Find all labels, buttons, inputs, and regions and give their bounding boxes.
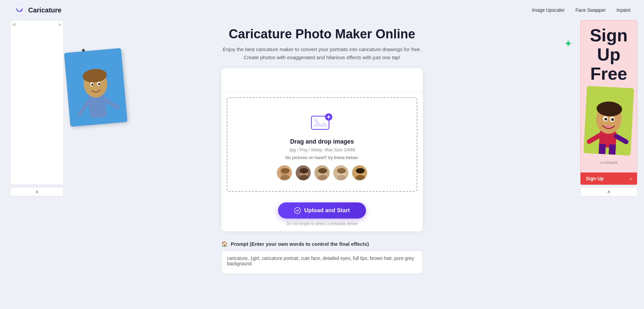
- upload-start-button[interactable]: Upload and Start: [278, 202, 366, 219]
- sample-image-3[interactable]: [314, 165, 330, 181]
- nav-inpaint[interactable]: Inpaint: [616, 7, 631, 13]
- signup-arrow: ›: [630, 176, 632, 181]
- page-title: Caricature Photo Maker Online: [229, 27, 415, 41]
- sample-images: [276, 165, 368, 181]
- upload-icon-wrap: [310, 111, 334, 133]
- navbar: Caricature Image Upscaler Face Swapper I…: [0, 0, 644, 20]
- prompt-icon: 🏠: [221, 241, 228, 247]
- upload-dropzone[interactable]: Drag and drop images Jpg / Png / Webp. M…: [227, 97, 417, 192]
- nav-links: Image Upscaler Face Swapper Inpaint: [532, 7, 631, 13]
- upload-container: Drag and drop images Jpg / Png / Webp. M…: [221, 68, 423, 231]
- nav-face-swapper[interactable]: Face Swapper: [576, 7, 606, 13]
- upload-drag-title: Drag and drop images: [290, 138, 354, 145]
- magic-icon: [294, 207, 301, 214]
- svg-point-28: [318, 168, 327, 173]
- prompt-section: 🏠 Prompt (Enter your own words to contro…: [221, 241, 423, 275]
- sample-image-5[interactable]: [352, 165, 368, 181]
- page-subtitle: Enjoy the best caricature maker to conve…: [223, 45, 421, 62]
- sample-image-4[interactable]: [333, 165, 349, 181]
- deco-image-left: [64, 48, 128, 127]
- collapse-arrow-right: ∧: [607, 189, 610, 194]
- svg-point-24: [300, 168, 308, 173]
- ad-collapse-btn-right[interactable]: ∧: [580, 187, 637, 196]
- upload-formats: Jpg / Png / Webp. Max Size 10MB: [289, 147, 355, 152]
- star-deco-right: ✦: [564, 39, 572, 49]
- nav-image-upscaler[interactable]: Image Upscaler: [532, 7, 565, 13]
- svg-point-36: [356, 168, 365, 173]
- upload-btn-hint: Do not forget to select a template below: [286, 221, 357, 226]
- ad-right-title: Sign Up Free: [585, 26, 633, 84]
- ad-box-right: Sign Up Free: [580, 20, 637, 185]
- right-sidebar-ad: Sign Up Free: [580, 20, 644, 196]
- ad-right-sub: Lucidspark: [600, 160, 617, 164]
- upload-hint: No pictures on hand? try these below:: [285, 155, 359, 160]
- svg-point-32: [337, 168, 346, 173]
- logo-area[interactable]: Caricature: [13, 4, 61, 16]
- collapse-arrow-left: ∧: [35, 189, 39, 194]
- ad-collapse-btn-left[interactable]: ∧: [10, 187, 64, 196]
- prompt-textarea[interactable]: [221, 250, 423, 274]
- ad-label-left: ad: [12, 23, 16, 26]
- ad-signup-button[interactable]: Sign Up ›: [581, 172, 637, 185]
- svg-rect-41: [599, 144, 606, 154]
- upload-btn-area: Upload and Start Do not forget to select…: [221, 197, 423, 231]
- svg-point-2: [20, 10, 22, 11]
- svg-point-1: [17, 10, 18, 11]
- svg-point-20: [281, 168, 289, 173]
- logo-text: Caricature: [28, 6, 61, 14]
- prompt-label: 🏠 Prompt (Enter your own words to contro…: [221, 241, 423, 247]
- sample-image-1[interactable]: [276, 165, 292, 181]
- svg-rect-42: [609, 144, 616, 155]
- page-body: ad ✕ ∧: [0, 20, 644, 289]
- logo-icon: [13, 4, 26, 16]
- spark-icon-left: ✦: [81, 46, 86, 54]
- deco-caricature-left: [67, 50, 124, 124]
- main-content: Caricature Photo Maker Online Enjoy the …: [218, 27, 426, 275]
- ad-box-left: ad ✕: [10, 20, 64, 185]
- left-sidebar-ad: ad ✕ ∧: [10, 20, 64, 196]
- sample-image-2[interactable]: [295, 165, 311, 181]
- upload-icon: [310, 111, 334, 131]
- svg-point-14: [314, 119, 318, 122]
- ad-close-left[interactable]: ✕: [58, 23, 61, 27]
- upload-top-bar: [221, 68, 423, 92]
- ad-right-caricature: [584, 86, 634, 155]
- svg-point-0: [14, 4, 25, 16]
